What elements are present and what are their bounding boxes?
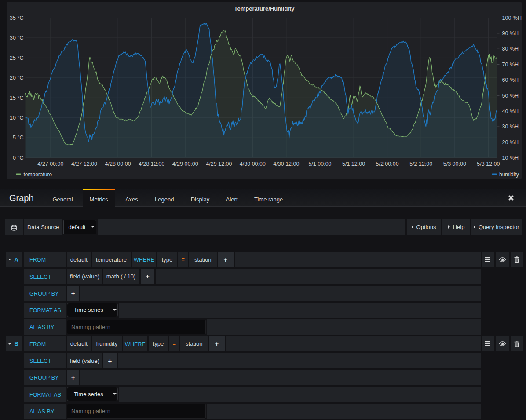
svg-text:20 °C: 20 °C [10,75,23,81]
svg-text:60 %H: 60 %H [502,77,519,83]
svg-text:10 °C: 10 °C [10,115,23,121]
svg-text:5/1 00:00: 5/1 00:00 [308,161,331,167]
svg-text:temperature: temperature [24,172,52,178]
svg-text:5/2 00:00: 5/2 00:00 [376,161,399,167]
svg-text:4/29 12:00: 4/29 12:00 [206,161,232,167]
svg-text:5 °C: 5 °C [13,135,23,141]
svg-text:30 °C: 30 °C [10,35,23,41]
svg-text:4/30 00:00: 4/30 00:00 [240,161,266,167]
svg-text:5/1 12:00: 5/1 12:00 [342,161,365,167]
svg-text:4/30 12:00: 4/30 12:00 [273,161,299,167]
svg-text:4/29 00:00: 4/29 00:00 [172,161,198,167]
svg-text:15 °C: 15 °C [10,95,23,101]
svg-text:4/27 12:00: 4/27 12:00 [71,161,97,167]
svg-text:25 °C: 25 °C [10,55,23,61]
svg-text:4/28 00:00: 4/28 00:00 [105,161,131,167]
svg-text:40 %H: 40 %H [502,108,519,114]
svg-text:50 %H: 50 %H [502,93,519,99]
svg-text:5/2 12:00: 5/2 12:00 [409,161,432,167]
svg-text:20 %H: 20 %H [502,139,519,146]
svg-text:100 %H: 100 %H [502,15,522,21]
svg-text:90 %H: 90 %H [502,30,519,37]
svg-text:35 °C: 35 °C [10,15,23,21]
svg-text:0 °C: 0 °C [13,155,23,161]
svg-text:70 %H: 70 %H [502,62,519,68]
svg-text:4/27 00:00: 4/27 00:00 [37,161,63,167]
svg-text:humidity: humidity [499,172,519,178]
svg-text:30 %H: 30 %H [502,124,519,130]
svg-text:4/28 12:00: 4/28 12:00 [139,161,164,167]
svg-text:5/3 00:00: 5/3 00:00 [443,161,466,167]
svg-text:10 %H: 10 %H [502,155,519,161]
svg-text:80 %H: 80 %H [502,46,519,52]
svg-text:5/3 12:00: 5/3 12:00 [477,161,500,167]
svg-text:Temperature/Humidity: Temperature/Humidity [234,5,295,12]
